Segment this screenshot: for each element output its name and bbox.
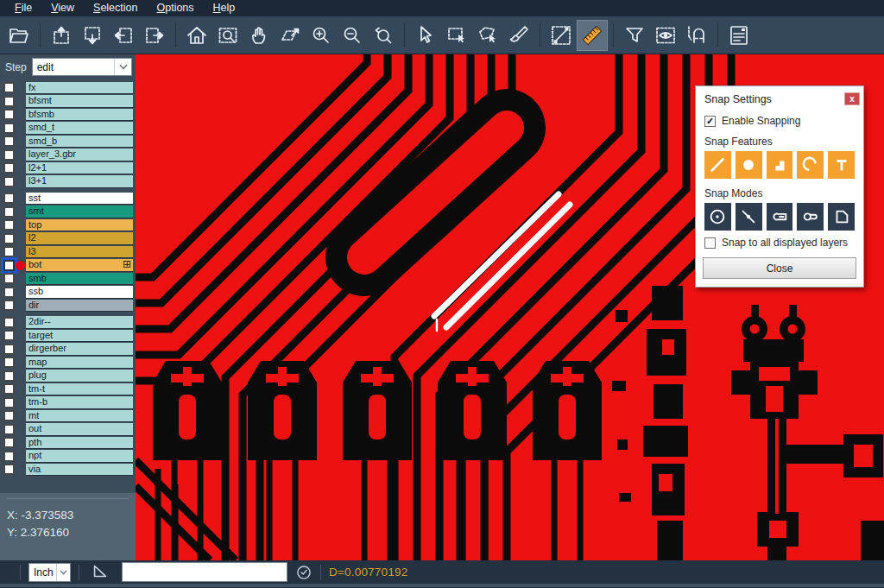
zoom-home-icon[interactable] [181,20,212,51]
layer-visibility-checkbox[interactable] [3,246,15,257]
zoom-in-icon[interactable] [306,20,337,51]
snap-mode-slot-end-icon[interactable] [767,203,793,231]
dialog-titlebar[interactable]: Snap Settings x [696,86,863,109]
snap-mode-center-icon[interactable] [704,203,731,231]
layer-visibility-checkbox[interactable] [3,136,15,147]
layer-visibility-checkbox[interactable] [3,330,15,341]
enable-snapping-checkbox[interactable]: ✓ [704,116,716,127]
layer-row[interactable]: out [0,423,136,437]
step-select[interactable]: edit [32,58,132,76]
layer-row[interactable]: ssb [0,286,136,300]
layer-visibility-checkbox[interactable] [3,233,15,244]
layer-visibility-checkbox[interactable] [3,109,15,120]
pan-right-icon[interactable] [139,20,170,51]
layer-row[interactable]: smd_t [0,122,136,136]
layer-visibility-checkbox[interactable] [3,219,15,231]
filter-icon[interactable] [619,20,650,51]
measure-input[interactable] [122,562,287,582]
layer-visibility-checkbox[interactable] [3,260,15,271]
layer-visibility-checkbox[interactable] [3,410,15,421]
layer-row[interactable]: map [0,356,136,370]
layer-row[interactable]: dir [0,299,136,313]
layer-visibility-checkbox[interactable] [3,357,15,368]
layer-row[interactable]: bfsmb [0,108,136,122]
angle-measure-icon[interactable] [91,561,110,584]
layer-row-selected[interactable]: bot⊞ [0,259,136,273]
layer-row[interactable]: tm-t [0,383,136,396]
layer-visibility-checkbox[interactable] [3,82,15,93]
layer-visibility-checkbox[interactable] [3,287,15,298]
layer-visibility-checkbox[interactable] [3,464,15,475]
measure-line-icon[interactable] [546,20,577,51]
snap-feature-text-icon[interactable] [828,151,855,179]
layer-row[interactable]: l3+1 [0,175,136,189]
zoom-out-icon[interactable] [337,20,368,51]
layer-visibility-checkbox[interactable] [3,451,15,462]
snap-mode-polygon-icon[interactable] [828,203,855,231]
layer-row[interactable]: bfsmt [0,95,136,109]
snap-all-layers-row[interactable]: Snap to all displayed layers [696,231,863,249]
grid-icon[interactable]: ⊞ [123,259,133,271]
measure-ruler-icon[interactable] [577,20,608,51]
layer-visibility-checkbox[interactable] [3,344,15,355]
layer-row[interactable]: dirgerber [0,343,136,357]
snap-mode-slot-round-icon[interactable] [797,203,824,231]
select-rectangle-icon[interactable] [441,20,472,51]
layer-row[interactable]: 2dir-- [0,316,136,330]
pcb-canvas[interactable]: Snap Settings x ✓ Enable Snapping Snap F… [136,54,884,560]
layer-visibility-checkbox[interactable] [3,149,15,161]
layer-visibility-checkbox[interactable] [3,123,15,134]
layer-row[interactable]: pth [0,436,136,450]
snap-magnet-icon[interactable] [681,20,712,51]
layer-visibility-checkbox[interactable] [3,96,15,107]
layer-row[interactable]: npt [0,450,136,464]
layer-row[interactable]: l3 [0,245,136,259]
layer-visibility-checkbox[interactable] [3,370,15,382]
snap-mode-midpoint-icon[interactable] [736,203,762,231]
snap-feature-corner-icon[interactable] [767,151,793,179]
pan-up-icon[interactable] [46,20,77,51]
menu-selection[interactable]: Selection [84,1,147,16]
layer-visibility-checkbox[interactable] [3,317,15,328]
snap-feature-circle-icon[interactable] [736,151,762,179]
show-hide-icon[interactable] [650,20,681,51]
zoom-window-icon[interactable] [212,20,243,51]
layer-visibility-checkbox[interactable] [3,437,15,448]
layer-row[interactable]: smd_b [0,135,136,149]
pan-hand-icon[interactable] [243,20,275,51]
layer-visibility-checkbox[interactable] [3,273,15,284]
layer-visibility-checkbox[interactable] [3,193,15,204]
layer-list-icon[interactable] [723,20,755,51]
snap-feature-arc-icon[interactable] [797,151,824,179]
pan-left-icon[interactable] [108,20,139,51]
layer-row[interactable]: top [0,218,136,232]
menu-help[interactable]: Help [204,1,245,16]
pan-down-icon[interactable] [77,20,108,51]
layer-visibility-checkbox[interactable] [3,162,15,174]
layer-row[interactable]: smb [0,272,136,286]
layer-row[interactable]: tm-b [0,396,136,410]
open-file-icon[interactable] [3,20,35,51]
snap-feature-line-icon[interactable] [704,151,731,179]
apply-check-icon[interactable] [295,564,313,581]
layer-row[interactable]: sst [0,192,136,205]
menu-options[interactable]: Options [147,1,203,16]
layer-row[interactable]: mt [0,409,136,423]
layer-row[interactable]: smt [0,205,136,219]
layer-visibility-checkbox[interactable] [3,397,15,408]
layer-visibility-checkbox[interactable] [3,300,15,311]
layer-visibility-checkbox[interactable] [3,424,15,435]
menu-file[interactable]: File [5,1,41,16]
layer-row[interactable]: plug [0,370,136,383]
layer-row[interactable]: via [0,463,136,477]
layer-visibility-checkbox[interactable] [3,206,15,218]
layer-row[interactable]: target [0,329,136,343]
enable-snapping-row[interactable]: ✓ Enable Snapping [696,109,863,127]
layer-visibility-checkbox[interactable] [3,383,15,395]
chevron-down-icon[interactable] [114,59,131,75]
snap-all-layers-checkbox[interactable] [704,237,716,249]
layer-row[interactable]: layer_3.gbr [0,149,136,162]
layer-row[interactable]: fx [0,81,136,95]
zoom-previous-icon[interactable] [368,20,399,51]
select-polygon-icon[interactable] [472,20,503,51]
